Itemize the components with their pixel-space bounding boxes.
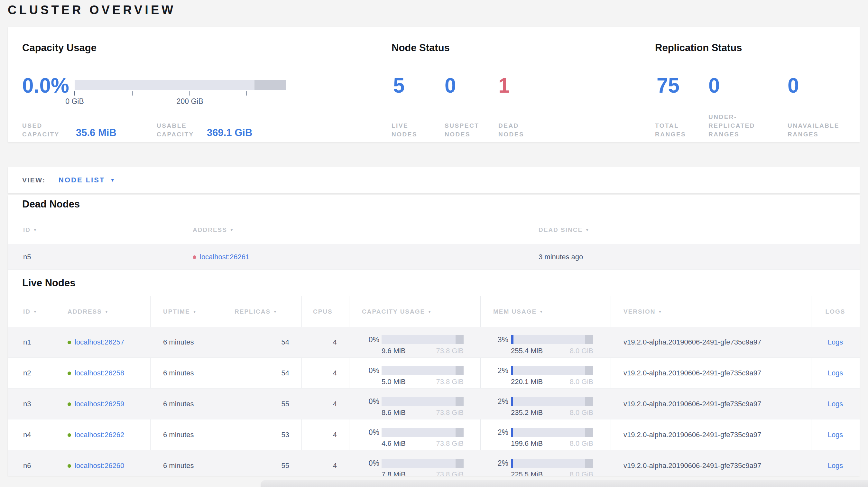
address-link[interactable]: localhost:26262 [75,431,124,439]
live-node-row-1: n2 localhost:26258 6 minutes 54 4 0% 5.0… [8,358,860,389]
logs-link[interactable]: Logs [828,338,843,346]
node-id: n6 [23,450,31,476]
mem-minibar [511,459,593,468]
capacity-used-value: 5.0 MiB [381,378,406,386]
dead-nodes-table-header: ID▼ ADDRESS▼ DEAD SINCE▼ [8,216,860,244]
column-header-address[interactable]: ADDRESS▼ [193,216,234,244]
column-header-label: ADDRESS [68,308,102,315]
capacity-total-value: 73.8 GiB [436,440,464,448]
node-list-dropdown[interactable]: NODE LIST▼ [59,167,116,193]
column-header-cpus: CPUS [313,296,333,327]
column-header-mem-usage[interactable]: MEM USAGE▼ [493,296,544,327]
view-bar: VIEW: NODE LIST▼ [8,167,860,193]
column-header-address[interactable]: ADDRESS▼ [68,296,109,327]
dead-since-value: 3 minutes ago [538,244,583,270]
capacity-used-value: 8.6 MiB [381,409,406,417]
mem-used-value: 199.6 MiB [511,440,543,448]
replication-status-title: Replication Status [655,42,742,54]
address-link[interactable]: localhost:26260 [75,462,124,469]
logs-link[interactable]: Logs [828,400,843,408]
unavailable-count: 0 [787,74,799,97]
capacity-percent-label: 0% [349,459,379,468]
live-node-row-2: n3 localhost:26259 6 minutes 55 4 0% 8.6… [8,389,860,419]
node-id: n1 [23,327,31,358]
minibar-dark-segment [585,428,593,437]
minibar-dark-segment [585,397,593,406]
capacity-used-value: 9.6 MiB [381,347,406,355]
mem-used-value: 220.1 MiB [511,378,543,386]
sort-desc-icon: ▼ [585,228,590,232]
replicas-value: 53 [222,419,289,450]
uptime-value: 6 minutes [163,358,194,389]
unavailable-label: UNAVAILABLE RANGES [787,121,839,139]
used-capacity-value: 35.6 MiB [76,127,117,139]
page-title: CLUSTER OVERVIEW [8,3,176,17]
node-address-cell: localhost:26260 [68,450,124,476]
column-header-label: UPTIME [163,308,190,315]
dead-nodes-label: DEAD NODES [498,121,524,139]
live-status-dot-icon [68,371,71,375]
capacity-minibar [381,428,464,437]
column-header-uptime[interactable]: UPTIME▼ [163,296,197,327]
minibar-fill [511,459,513,468]
node-address-cell: localhost:26262 [68,419,124,450]
tick-label: 200 GiB [177,97,203,106]
tick-mark [132,91,132,96]
dead-node-row-0: n5 localhost:26261 3 minutes ago [8,244,860,270]
mem-minibar [511,366,593,375]
address-link[interactable]: localhost:26261 [200,253,249,261]
column-header-id[interactable]: ID▼ [23,216,38,244]
mem-used-value: 255.4 MiB [511,347,543,355]
capacity-axis: 0 GiB 200 GiB [75,90,286,112]
column-header-replicas[interactable]: REPLICAS▼ [235,296,278,327]
address-link[interactable]: localhost:26258 [75,369,124,377]
capacity-percent: 0.0% [22,74,69,97]
mem-total-value: 8.0 GiB [570,378,593,386]
suspect-nodes-count: 0 [445,74,456,97]
under-replicated-label: UNDER- REPLICATED RANGES [708,112,755,139]
mem-percent-label: 2% [480,459,508,468]
bottom-page-shadow [260,480,868,487]
mem-used-value: 225.5 MiB [511,470,543,476]
minibar-dark-segment [456,335,464,344]
minibar-dark-segment [585,366,593,375]
address-link[interactable]: localhost:26257 [75,338,124,346]
mem-total-value: 8.0 GiB [570,440,593,448]
summary-card: Capacity Usage 0.0% 0 GiB 200 GiB [8,27,860,142]
node-id: n3 [23,389,31,419]
mem-total-value: 8.0 GiB [570,409,593,417]
column-header-label: VERSION [623,308,656,315]
capacity-percent-label: 0% [349,397,379,406]
node-address-cell: localhost:26257 [68,327,124,358]
mem-minibar [511,428,593,437]
cpus-value: 4 [302,389,337,419]
live-status-dot-icon [68,402,71,406]
minibar-dark-segment [585,335,593,344]
column-header-label: LOGS [826,308,845,315]
logs-link[interactable]: Logs [828,462,843,469]
column-header-id[interactable]: ID▼ [23,296,38,327]
live-status-dot-icon [68,433,71,437]
mem-values: 235.2 MiB 8.0 GiB [511,409,593,417]
sort-desc-icon: ▼ [658,310,663,314]
capacity-values: 5.0 MiB 73.8 GiB [381,378,464,386]
address-link[interactable]: localhost:26259 [75,400,124,408]
column-header-version[interactable]: VERSION▼ [623,296,662,327]
column-header-dead-since[interactable]: DEAD SINCE▼ [538,216,590,244]
capacity-values: 9.6 MiB 73.8 GiB [381,347,464,355]
minibar-fill [511,428,513,437]
version-value: v19.2.0-alpha.20190606-2491-gfe735c9a97 [623,358,761,389]
column-header-capacity-usage[interactable]: CAPACITY USAGE▼ [362,296,432,327]
tick-label: 0 GiB [65,97,84,106]
version-value: v19.2.0-alpha.20190606-2491-gfe735c9a97 [623,327,761,358]
logs-link[interactable]: Logs [828,369,843,377]
suspect-nodes-label: SUSPECT NODES [445,121,479,139]
logs-link[interactable]: Logs [828,431,843,439]
node-address-cell: localhost:26261 [193,244,249,270]
mem-percent-label: 2% [480,397,508,406]
column-header-label: MEM USAGE [493,308,537,315]
minibar-fill [511,366,513,375]
capacity-minibar [381,335,464,344]
sort-desc-icon: ▼ [428,310,432,314]
mem-percent-label: 2% [480,366,508,375]
